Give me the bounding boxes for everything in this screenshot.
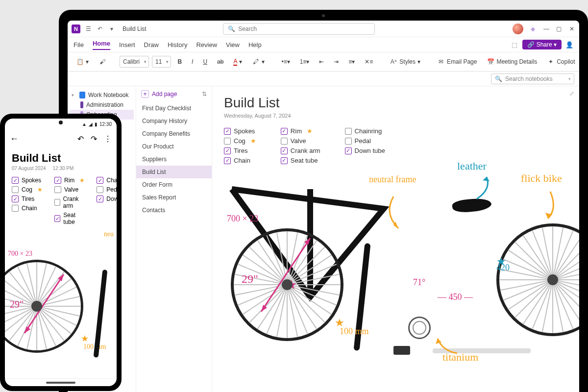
page-row[interactable]: Build List (136, 166, 212, 178)
underline-button[interactable]: U (199, 55, 211, 68)
phone-page-title: Build List (5, 148, 117, 166)
checklist-item[interactable]: ✓Dow (97, 196, 117, 202)
checkbox-icon (54, 186, 61, 193)
tab-home[interactable]: Home (93, 40, 110, 50)
indent-button[interactable]: ⇥ (330, 55, 342, 68)
checklist-item[interactable]: ✓Chai (97, 177, 117, 184)
checklist-item[interactable]: ✓Crank arm (281, 147, 320, 154)
section-administration[interactable]: Administration (70, 100, 134, 110)
checklist-item[interactable]: ✓Down tube (345, 147, 385, 154)
styles-button[interactable]: AᵃStyles▾ (386, 55, 424, 68)
sort-icon[interactable]: ⇅ (202, 91, 207, 98)
bullet-list-button[interactable]: •≡▾ (278, 55, 293, 68)
tab-insert[interactable]: Insert (119, 41, 135, 49)
redo-icon[interactable]: ▾ (108, 25, 116, 33)
checklist-item[interactable]: ✓Tires (12, 196, 43, 202)
share-button[interactable]: 🔗 Share ▾ (522, 40, 562, 49)
bold-button[interactable]: B (174, 55, 185, 68)
leather-arrow (472, 174, 501, 204)
tab-view[interactable]: View (226, 41, 240, 49)
notebook-search[interactable]: 🔍 Search notebooks ▾ (491, 74, 574, 84)
highlight-button[interactable]: 🖍▾ (248, 55, 268, 68)
phone-nav-handle[interactable] (5, 378, 117, 386)
page-row[interactable]: Suppliers (136, 153, 212, 166)
checklist-item[interactable]: ✓Chain (224, 157, 256, 164)
global-search[interactable]: 🔍 (223, 23, 375, 35)
checkbox-icon: ✓ (12, 196, 19, 202)
clear-format-button[interactable]: ✕≡ (361, 55, 376, 68)
chevron-down-icon: ▾ (72, 93, 76, 98)
checklist-item[interactable]: ✓Rim★ (281, 127, 320, 135)
strike-button[interactable]: ab (214, 55, 227, 68)
overflow-icon[interactable]: ⋮ (104, 134, 112, 144)
add-page-button[interactable]: + Add page (141, 90, 177, 98)
star-icon: ★ (79, 177, 85, 184)
checkbox-icon: ✓ (12, 177, 19, 184)
diamond-icon[interactable]: ◆ (529, 25, 537, 33)
checklist-item[interactable]: Cog★ (12, 186, 43, 193)
checklist-item[interactable]: ✓Seat tube (54, 212, 85, 225)
checkbox-icon: ✓ (54, 177, 61, 184)
font-family-select[interactable]: Calibri (120, 56, 149, 68)
undo-icon[interactable]: ↶ (77, 134, 84, 144)
user-avatar[interactable] (513, 24, 523, 34)
star-icon: ★ (81, 333, 89, 344)
tab-file[interactable]: File (74, 41, 84, 49)
checklist-item[interactable]: Valve (54, 186, 85, 193)
font-color-button[interactable]: A▾ (230, 55, 245, 68)
fullpage-icon[interactable]: ⬚ (511, 41, 518, 49)
page-row[interactable]: Order Form (136, 178, 212, 191)
checklist-item[interactable]: Crank arm (54, 196, 85, 209)
checklist-item[interactable]: Pedal (345, 137, 385, 145)
checklist-item[interactable]: Peda (97, 186, 117, 193)
window-close-icon[interactable]: ✕ (568, 25, 575, 32)
number-list-button[interactable]: 1≡▾ (296, 55, 313, 68)
checklist-item[interactable]: ✓Rim★ (54, 177, 85, 184)
page-row[interactable]: Contacts (136, 204, 212, 217)
window-maximize-icon[interactable]: ▢ (556, 25, 563, 32)
subbar: 🔍 Search notebooks ▾ (68, 72, 579, 86)
styles-icon: Aᵃ (390, 58, 397, 66)
back-icon[interactable]: ← (10, 134, 19, 144)
note-canvas[interactable]: ⤢ Build List Wednesday, August 7, 2024 ✓… (212, 86, 579, 392)
page-row[interactable]: Company History (136, 115, 212, 127)
notebook-row[interactable]: ▾ Work Notebook (70, 90, 134, 100)
copilot-button[interactable]: ✦Copilot (543, 55, 578, 68)
italic-button[interactable]: I (188, 55, 196, 68)
checklist-item[interactable]: ✓Seat tube (281, 157, 320, 164)
checklist-item[interactable]: Valve (281, 137, 320, 145)
paste-button[interactable]: 📋▾ (73, 55, 92, 68)
page-row[interactable]: Our Product (136, 140, 212, 153)
undo-icon[interactable]: ↶ (96, 25, 104, 33)
redo-icon[interactable]: ↷ (91, 134, 97, 144)
window-minimize-icon[interactable]: — (543, 25, 550, 32)
tab-help[interactable]: Help (248, 41, 262, 49)
email-page-button[interactable]: ✉Email Page (434, 55, 480, 68)
align-button[interactable]: ≡▾ (345, 55, 358, 68)
checklist-item[interactable]: Cog★ (224, 137, 256, 145)
brush-icon: 🖌 (98, 58, 106, 66)
page-row[interactable]: Company Benefits (136, 127, 212, 140)
checklist-item[interactable]: ✓Spokes (12, 177, 43, 184)
page-row[interactable]: Sales Report (136, 191, 212, 204)
checkbox-icon: ✓ (97, 177, 103, 184)
nav-back-icon[interactable]: ☰ (84, 25, 92, 33)
tab-history[interactable]: History (168, 41, 187, 49)
tab-review[interactable]: Review (196, 41, 217, 49)
global-search-input[interactable] (238, 25, 370, 32)
checkbox-icon: ✓ (97, 196, 103, 202)
checklist-item[interactable]: ✓Spokes (224, 127, 256, 135)
expand-icon[interactable]: ⤢ (569, 90, 574, 97)
format-painter-button[interactable]: 🖌 (95, 55, 110, 68)
clipboard-icon: 📋 (76, 58, 84, 66)
checklist-item[interactable]: Chain (12, 205, 43, 212)
meeting-details-button[interactable]: 📅Meeting Details (483, 55, 540, 68)
svg-line-1 (261, 238, 310, 312)
account-icon[interactable]: 👤 (565, 41, 573, 49)
page-row[interactable]: First Day Checklist (136, 102, 212, 115)
font-size-select[interactable]: 11 (152, 56, 171, 68)
tab-draw[interactable]: Draw (144, 41, 159, 49)
checklist-item[interactable]: ✓Tires (224, 147, 256, 154)
checklist-item[interactable]: Chainring (345, 127, 385, 135)
outdent-button[interactable]: ⇤ (316, 55, 327, 68)
